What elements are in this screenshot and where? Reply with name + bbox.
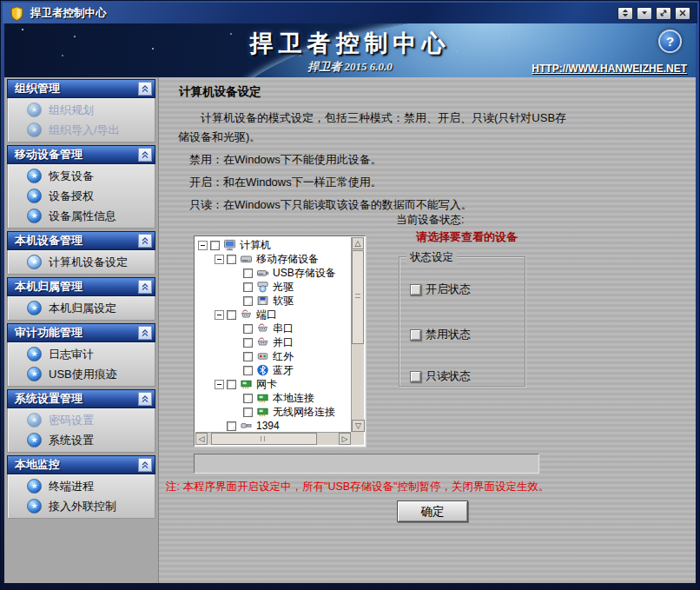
sidebar-section-header[interactable]: 组织管理 xyxy=(7,79,155,98)
status-groupbox: 状态设定 开启状态禁用状态只读状态 xyxy=(399,256,525,387)
collapse-button[interactable] xyxy=(138,82,152,96)
tree-item-label: 蓝牙 xyxy=(273,363,294,378)
collapse-button[interactable] xyxy=(138,280,152,294)
scroll-left-button[interactable]: ◁ xyxy=(195,433,208,445)
sidebar-item[interactable]: ★终端进程 xyxy=(8,476,155,496)
sidebar-item[interactable]: ★本机归属设定 xyxy=(8,298,155,318)
tree-item-label: 串口 xyxy=(273,322,294,336)
intro-text: 计算机设备的模式设定，包括三种模式：禁用、开启、只读(只针对USB存储设备和光驱… xyxy=(178,109,575,147)
sidebar-item-label: 计算机设备设定 xyxy=(49,255,128,270)
device-path-input[interactable] xyxy=(194,454,539,474)
tree-item[interactable]: 红外 xyxy=(195,349,351,363)
expander-minus-icon[interactable] xyxy=(215,310,224,320)
sidebar-item[interactable]: ★接入外联控制 xyxy=(8,496,155,516)
scroll-right-button[interactable]: ▷ xyxy=(339,433,351,445)
sidebar-item[interactable]: ★USB使用痕迹 xyxy=(8,364,155,384)
network-icon xyxy=(240,378,253,390)
tree-item[interactable]: 本地连接 xyxy=(195,391,351,405)
tree-item-checkbox[interactable] xyxy=(243,408,253,417)
sidebar-item[interactable]: ★组织规划 xyxy=(8,100,155,120)
banner-title: 捍卫者控制中心 xyxy=(4,28,696,59)
tree-item-checkbox[interactable] xyxy=(243,338,253,348)
tree-item[interactable]: USB存储设备 xyxy=(195,266,351,280)
horizontal-scroll-thumb[interactable] xyxy=(211,433,317,445)
sidebar-item[interactable]: ★设备属性信息 xyxy=(8,206,155,226)
tree-item-checkbox[interactable] xyxy=(243,394,253,403)
status-checkbox-label: 只读状态 xyxy=(426,368,471,384)
tree-horizontal-scrollbar[interactable]: ◁ ▷ xyxy=(195,432,351,445)
sidebar-item[interactable]: ★计算机设备设定 xyxy=(8,252,155,272)
chevron-up-icon xyxy=(141,83,149,96)
tree-item[interactable]: 1394 xyxy=(195,419,351,432)
tree-item[interactable]: 蓝牙 xyxy=(195,363,351,377)
tree-item-checkbox[interactable] xyxy=(243,296,253,306)
sidebar-item-label: 本机归属设定 xyxy=(49,301,116,316)
star-sphere-icon: ★ xyxy=(27,169,42,183)
vertical-scroll-thumb[interactable] xyxy=(352,250,364,344)
tree-item[interactable]: 软驱 xyxy=(195,294,351,308)
sidebar-item[interactable]: ★系统设置 xyxy=(8,430,155,450)
minimize-button[interactable] xyxy=(637,7,652,20)
tree-item-label: 红外 xyxy=(273,349,294,364)
window-body: 组织管理★组织规划★组织导入/导出移动设备管理★恢复设备★设备授权★设备属性信息… xyxy=(4,77,696,583)
sidebar-item[interactable]: ★恢复设备 xyxy=(8,166,155,186)
tree-item-checkbox[interactable] xyxy=(243,366,253,375)
tree-item-checkbox[interactable] xyxy=(243,268,253,278)
expander-minus-icon[interactable] xyxy=(215,255,224,264)
collapse-button[interactable] xyxy=(138,326,152,340)
star-sphere-icon: ★ xyxy=(27,433,42,447)
sidebar-section-header[interactable]: 本机设备管理 xyxy=(7,231,155,250)
collapse-button[interactable] xyxy=(138,234,152,248)
tree-item-label: 本地连接 xyxy=(273,391,314,406)
collapse-button[interactable] xyxy=(138,392,152,406)
tree-item-checkbox[interactable] xyxy=(243,352,253,361)
sidebar-section-panel: ★终端进程★接入外联控制 xyxy=(7,474,155,519)
ok-button[interactable]: 确定 xyxy=(397,501,468,522)
close-button[interactable] xyxy=(675,7,690,20)
sidebar-item[interactable]: ★组织导入/导出 xyxy=(8,120,155,140)
restore-button[interactable] xyxy=(656,7,671,20)
expander-minus-icon[interactable] xyxy=(198,241,208,250)
tree-item[interactable]: 网卡 xyxy=(195,377,351,391)
tree-item[interactable]: 光驱 xyxy=(195,280,351,294)
scroll-down-button[interactable]: ▽ xyxy=(352,420,365,432)
tree-item-checkbox[interactable] xyxy=(243,324,253,334)
tree-item[interactable]: 并口 xyxy=(195,335,351,349)
tree-item[interactable]: 串口 xyxy=(195,322,351,335)
storage-icon xyxy=(240,253,253,265)
website-link[interactable]: HTTP://WWW.HANWEIZHE.NET xyxy=(532,63,687,75)
help-button[interactable]: ? xyxy=(658,30,682,53)
tree-item-checkbox[interactable] xyxy=(210,241,220,250)
scroll-up-button[interactable]: △ xyxy=(352,237,364,249)
sidebar-item[interactable]: ★设备授权 xyxy=(8,186,155,206)
status-checkbox[interactable] xyxy=(410,329,421,341)
sidebar-section-title: 系统设置管理 xyxy=(15,391,83,407)
expander-minus-icon[interactable] xyxy=(215,380,224,389)
sidebar-section-header[interactable]: 本机归属管理 xyxy=(7,277,155,296)
tree-item-checkbox[interactable] xyxy=(227,421,236,431)
sidebar-section-panel: ★计算机设备设定 xyxy=(7,250,155,275)
tree-vertical-scrollbar[interactable]: △ ▽ xyxy=(351,237,364,432)
status-checkbox[interactable] xyxy=(410,371,421,382)
sidebar-section-header[interactable]: 系统设置管理 xyxy=(7,389,155,408)
collapse-button[interactable] xyxy=(138,458,152,472)
tree-item-label: 1394 xyxy=(256,420,280,432)
collapse-button[interactable] xyxy=(138,148,152,162)
tree-item[interactable]: 无线网络连接 xyxy=(195,405,351,419)
sidebar-section-header[interactable]: 移动设备管理 xyxy=(7,145,155,164)
select-device-hint: 请选择要查看的设备 xyxy=(416,229,518,245)
tree-item[interactable]: 端口 xyxy=(195,308,351,322)
sidebar-item[interactable]: ★日志审计 xyxy=(8,344,155,364)
tree-item[interactable]: 计算机 xyxy=(195,238,351,252)
scroll-right-icon: ▷ xyxy=(342,434,348,443)
sidebar-section-header[interactable]: 审计功能管理 xyxy=(7,323,155,342)
shade-button[interactable] xyxy=(617,7,633,20)
tree-item-checkbox[interactable] xyxy=(227,380,236,389)
tree-item[interactable]: 移动存储设备 xyxy=(195,252,351,266)
status-checkbox[interactable] xyxy=(410,284,421,295)
sidebar-item[interactable]: ★密码设置 xyxy=(8,410,155,430)
sidebar-section-header[interactable]: 本地监控 xyxy=(7,455,155,474)
tree-item-checkbox[interactable] xyxy=(227,255,236,264)
tree-item-checkbox[interactable] xyxy=(227,310,236,320)
tree-item-checkbox[interactable] xyxy=(243,282,253,292)
